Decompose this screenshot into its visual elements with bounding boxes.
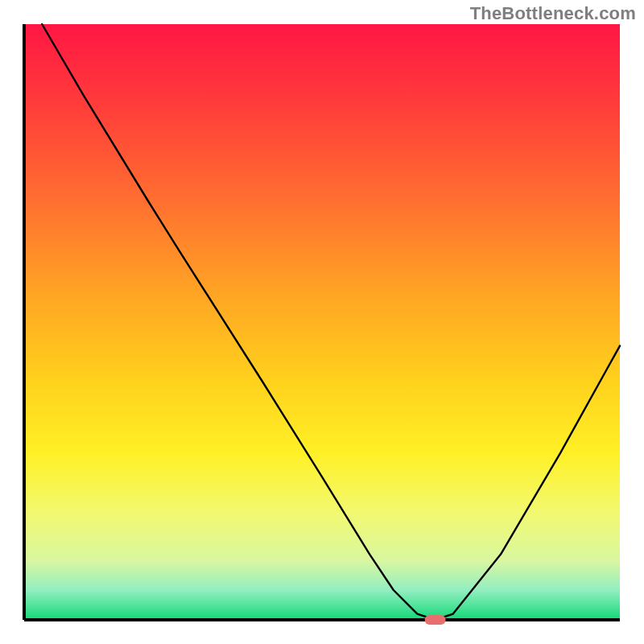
chart-svg [0,0,644,644]
optimal-marker [425,615,446,625]
watermark-text: TheBottleneck.com [470,3,636,24]
bottleneck-chart: TheBottleneck.com [0,0,644,644]
gradient-background [24,24,620,620]
